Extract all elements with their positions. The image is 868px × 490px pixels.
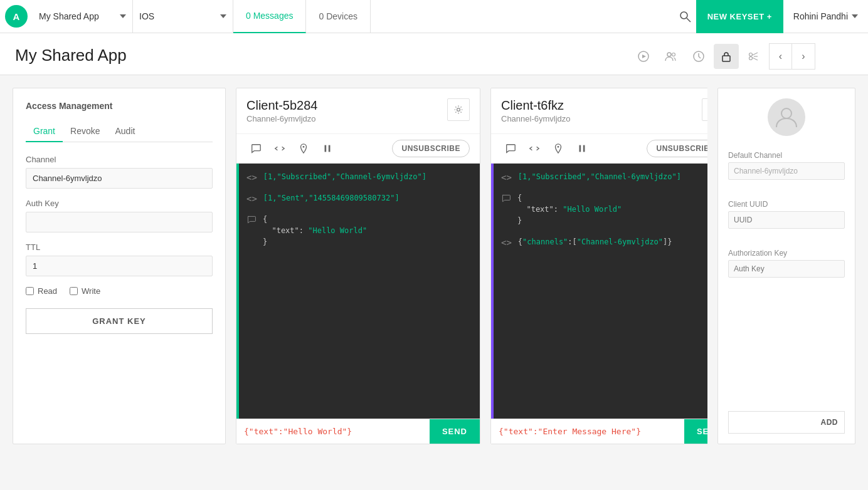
- search-button[interactable]: [674, 5, 696, 28]
- page-title: My Shared App: [15, 46, 127, 65]
- svg-rect-7: [722, 56, 730, 61]
- scissors-icon-btn[interactable]: [741, 44, 766, 69]
- unsubscribe-btn-1[interactable]: UNSUBSCRIBE: [392, 140, 470, 157]
- top-nav: A My Shared App IOS 0 Messages 0 Devices…: [0, 0, 868, 33]
- channel-input[interactable]: [26, 168, 213, 189]
- avatar[interactable]: A: [5, 5, 28, 28]
- client-uuid-input[interactable]: [728, 211, 845, 229]
- tab-audit[interactable]: Audit: [107, 121, 142, 142]
- message-item: <> {"channels":["Channel-6ymvljdzo"]}: [501, 236, 707, 248]
- nav-forward-button[interactable]: ›: [792, 44, 815, 69]
- svg-line-11: [752, 58, 758, 60]
- add-button[interactable]: ADD: [728, 411, 845, 434]
- svg-line-10: [752, 53, 758, 55]
- svg-point-21: [781, 108, 791, 118]
- platform-dropdown[interactable]: IOS: [133, 0, 233, 33]
- tab-messages[interactable]: 0 Messages: [233, 0, 306, 33]
- subheader: My Shared App ‹ ›: [0, 33, 868, 75]
- panel-user-avatar: [728, 98, 845, 136]
- chat-icon: [250, 143, 262, 154]
- right-panel: Default Channel Client UUID Authorizatio…: [717, 88, 855, 444]
- user-icon: [774, 105, 799, 130]
- default-channel-input[interactable]: [728, 162, 845, 180]
- lock-icon: [720, 50, 733, 63]
- message-item: <> [1,"Subscribed","Channel-6ymvljdzo"]: [246, 171, 472, 182]
- platform-label: IOS: [139, 11, 154, 21]
- client-2-toolbar: UNSUBSCRIBE: [491, 133, 707, 164]
- chevron-down-icon: [120, 13, 126, 19]
- pause-icon-btn-1[interactable]: [318, 139, 337, 158]
- auth-key-group: Authorization Key: [728, 249, 845, 278]
- ttl-field-group: TTL: [26, 242, 213, 276]
- chat-icon-btn-2[interactable]: [501, 139, 520, 158]
- svg-rect-15: [325, 145, 327, 152]
- client-1-settings-button[interactable]: [447, 98, 470, 121]
- app-dropdown[interactable]: My Shared App: [33, 0, 133, 33]
- client-uuid-group: Client UUID: [728, 200, 845, 229]
- channel-label: Channel: [26, 155, 213, 164]
- client-1-header: Client-5b284 Channel-6ymvljdzo: [236, 88, 480, 133]
- client-2-message-input[interactable]: [491, 419, 684, 444]
- lock-icon-btn[interactable]: [714, 44, 739, 69]
- svg-point-4: [667, 53, 671, 56]
- pause-icon-2: [576, 143, 588, 154]
- unsubscribe-btn-2[interactable]: UNSUBSCRIBE: [647, 140, 707, 157]
- pause-icon: [322, 143, 333, 154]
- svg-point-5: [672, 53, 675, 56]
- code-icon: <>: [246, 172, 257, 182]
- chat-icon-btn-1[interactable]: [246, 139, 265, 158]
- location-icon-2: [553, 143, 564, 154]
- code-icon: <>: [501, 237, 512, 248]
- message-item: { "text": "Hello World"}: [501, 192, 707, 226]
- read-checkbox-label[interactable]: Read: [26, 286, 57, 296]
- write-checkbox[interactable]: [70, 287, 78, 295]
- client-2-channel: Channel-6ymvljdzo: [501, 114, 571, 123]
- client-2-input-area: SEND: [491, 419, 707, 444]
- pause-icon-btn-2[interactable]: [573, 139, 591, 158]
- code-icon-btn-2[interactable]: [525, 139, 544, 158]
- svg-point-14: [303, 146, 305, 148]
- chat-icon-2: [505, 143, 516, 154]
- client-1-messages: <> [1,"Subscribed","Channel-6ymvljdzo"] …: [236, 164, 480, 419]
- location-icon-btn-2[interactable]: [549, 139, 568, 158]
- user-menu[interactable]: Rohini Pandhi: [783, 0, 868, 33]
- client-1-toolbar: UNSUBSCRIBE: [236, 133, 480, 164]
- code-icon-btn-1[interactable]: [270, 139, 289, 158]
- clock-icon-btn[interactable]: [686, 44, 711, 69]
- tab-devices[interactable]: 0 Devices: [306, 0, 370, 33]
- client-1-channel: Channel-6ymvljdzo: [246, 114, 317, 123]
- chat-bubble-icon-2: [501, 194, 511, 206]
- grant-key-button[interactable]: GRANT KEY: [26, 308, 213, 334]
- users-icon-btn[interactable]: [659, 44, 684, 69]
- client-2-messages: <> [1,"Subscribed","Channel-6ymvljdzo"] …: [491, 164, 707, 419]
- svg-point-13: [457, 108, 460, 112]
- client-1-input-area: SEND: [236, 419, 480, 444]
- location-icon-btn-1[interactable]: [294, 139, 313, 158]
- nav-arrows: ‹ ›: [769, 43, 815, 70]
- client-2-header: Client-t6fkz Channel-6ymvljdzo: [491, 88, 707, 133]
- write-checkbox-label[interactable]: Write: [70, 286, 100, 296]
- send-btn-1[interactable]: SEND: [430, 419, 480, 444]
- nav-back-button[interactable]: ‹: [770, 44, 792, 69]
- clock-icon: [692, 50, 705, 63]
- tab-grant[interactable]: Grant: [26, 121, 63, 142]
- play-icon: [637, 50, 650, 63]
- auth-key-input[interactable]: [26, 212, 213, 232]
- access-panel: Access Management Grant Revoke Audit Cha…: [13, 88, 226, 444]
- tab-revoke[interactable]: Revoke: [63, 121, 107, 142]
- client-1-message-input[interactable]: [236, 419, 430, 444]
- clients-area: Client-5b284 Channel-6ymvljdzo: [236, 88, 707, 444]
- client-2-settings-button[interactable]: [702, 98, 707, 121]
- auth-key-input-panel[interactable]: [728, 260, 845, 278]
- read-checkbox[interactable]: [26, 287, 34, 295]
- code-icon-2: [529, 143, 540, 154]
- main-content: Access Management Grant Revoke Audit Cha…: [0, 75, 868, 457]
- new-keyset-button[interactable]: NEW KEYSET +: [696, 0, 783, 33]
- message-item: { "text": "Hello World"}: [246, 214, 472, 248]
- send-btn-2[interactable]: SEND: [684, 419, 707, 444]
- auth-key-field-group: Auth Key: [26, 199, 213, 232]
- play-icon-btn[interactable]: [631, 44, 656, 69]
- location-icon: [298, 143, 309, 154]
- client-card-2: Client-t6fkz Channel-6ymvljdzo: [490, 88, 707, 444]
- ttl-input[interactable]: [26, 256, 213, 276]
